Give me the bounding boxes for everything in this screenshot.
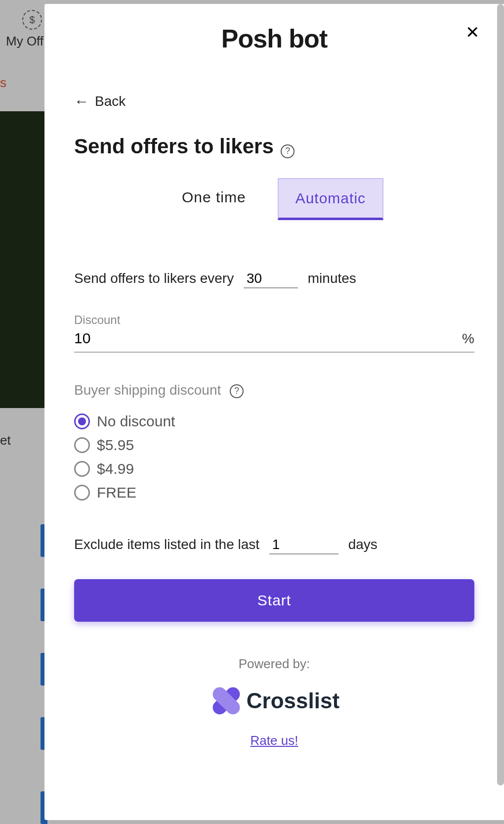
exclude-suffix: days: [348, 537, 378, 552]
discount-input[interactable]: [74, 330, 462, 347]
shipping-options: No discount $5.95 $4.99 FREE: [74, 413, 474, 501]
tab-automatic[interactable]: Automatic: [278, 178, 383, 220]
radio-free[interactable]: FREE: [74, 484, 474, 501]
exclude-prefix: Exclude items listed in the last: [74, 537, 259, 552]
radio-4-99[interactable]: $4.99: [74, 460, 474, 477]
interval-suffix: minutes: [308, 271, 356, 286]
back-label: Back: [95, 93, 126, 109]
help-icon[interactable]: ?: [230, 384, 244, 398]
radio-icon: [74, 437, 90, 453]
shipping-discount-label: Buyer shipping discount: [74, 382, 221, 398]
powered-by-label: Powered by:: [74, 656, 474, 672]
discount-label: Discount: [74, 313, 474, 327]
radio-icon: [74, 413, 90, 429]
discount-unit: %: [462, 331, 474, 347]
interval-input[interactable]: [244, 270, 298, 288]
radio-label: No discount: [97, 413, 175, 430]
interval-prefix: Send offers to likers every: [74, 271, 234, 286]
radio-label: $5.95: [97, 437, 134, 454]
tab-one-time[interactable]: One time: [165, 178, 263, 220]
brand-row: Crosslist: [74, 684, 474, 718]
brand-name: Crosslist: [247, 688, 339, 713]
crosslist-logo-icon: [209, 684, 244, 718]
exclude-row: Exclude items listed in the last days: [74, 536, 474, 554]
arrow-left-icon: ←: [74, 93, 89, 110]
back-button[interactable]: ← Back: [74, 93, 474, 110]
posh-bot-panel: ✕ Posh bot ← Back Send offers to likers …: [44, 4, 504, 820]
section-title: Send offers to likers: [74, 135, 274, 158]
mode-tabs: One time Automatic: [74, 178, 474, 220]
close-button[interactable]: ✕: [465, 24, 479, 41]
interval-row: Send offers to likers every minutes: [74, 270, 474, 288]
radio-icon: [74, 485, 90, 501]
radio-label: FREE: [97, 484, 136, 501]
radio-no-discount[interactable]: No discount: [74, 413, 474, 430]
radio-5-95[interactable]: $5.95: [74, 437, 474, 454]
radio-label: $4.99: [97, 460, 134, 477]
rate-us-link[interactable]: Rate us!: [74, 733, 474, 748]
start-button[interactable]: Start: [74, 579, 474, 622]
panel-title: Posh bot: [74, 24, 474, 53]
help-icon[interactable]: ?: [281, 144, 294, 158]
panel-scrollbar[interactable]: [497, 4, 504, 785]
radio-icon: [74, 461, 90, 477]
exclude-days-input[interactable]: [269, 536, 338, 554]
